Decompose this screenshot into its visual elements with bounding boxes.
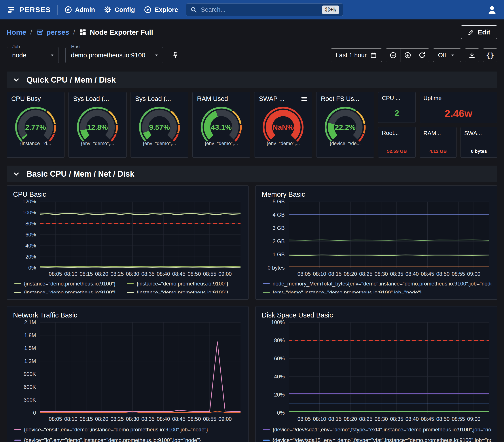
avatar[interactable]: [487, 4, 497, 15]
x-tick-label: 08:30: [375, 416, 388, 422]
time-controls: Last 1 hour: [331, 48, 497, 62]
x-axis: 08:0508:1008:1508:2008:2508:3008:3508:40…: [289, 269, 489, 279]
navbar-items: Admin Config Explore: [64, 6, 178, 14]
keyboard-shortcut-badge: ⌘+k: [322, 5, 339, 14]
section-basic-cpu-mem-net-disk[interactable]: Basic CPU / Mem / Net / Disk: [7, 166, 497, 182]
chart-plot[interactable]: [40, 202, 240, 268]
panel-network-traffic-basic: Network Traffic Basic 2.1M1.8M1.5M1.2M90…: [7, 306, 249, 442]
legend-swatch: [263, 429, 270, 430]
x-tick-label: 08:45: [172, 271, 185, 277]
panel-title: Memory Basic: [255, 186, 497, 202]
refresh-interval-select[interactable]: Off: [433, 48, 461, 62]
panel-title: Network Traffic Basic: [7, 306, 249, 322]
search-input[interactable]: Search... ⌘+k: [186, 3, 343, 16]
legend-label: {device="ens4",env="demo",instance="demo…: [24, 426, 208, 433]
host-select[interactable]: Host demo.prometheus.io:9100: [65, 47, 163, 63]
x-tick-label: 08:50: [436, 271, 450, 277]
svg-text:2.77%: 2.77%: [25, 123, 46, 131]
brand[interactable]: PERSES: [7, 5, 51, 14]
panel-title: RAM...: [423, 130, 441, 137]
x-tick-label: 08:10: [64, 271, 77, 277]
json-embed-button[interactable]: {}: [483, 48, 497, 62]
breadcrumb-project-link[interactable]: perses: [36, 28, 69, 36]
gauge-panel: CPU Busy2.77%{instance="d...: [7, 92, 65, 158]
legend-item[interactable]: {instance="demo.prometheus.io:9100"}: [14, 281, 115, 287]
panel-title: Root...: [382, 130, 399, 136]
svg-text:22.2%: 22.2%: [335, 123, 356, 131]
legend-item[interactable]: {env="demo",instance="demo.prometheus.io…: [263, 289, 422, 293]
stat-value: 52.59 GB: [378, 149, 415, 158]
nav-item-admin[interactable]: Admin: [64, 6, 95, 14]
charts-grid: CPU Basic 120%100%80%60%40%20%0% 08:0508…: [7, 185, 497, 442]
legend-label: {instance="demo.prometheus.io:9100"}: [137, 289, 228, 293]
zoom-in-button[interactable]: [400, 48, 415, 62]
x-axis: 08:0508:1008:1508:2008:2508:3008:3508:40…: [40, 269, 240, 279]
x-tick-label: 08:55: [203, 416, 216, 422]
x-tick-label: 08:15: [80, 416, 93, 422]
panel-title: SWA...: [464, 130, 482, 137]
svg-text:NaN%: NaN%: [273, 123, 294, 131]
x-tick-label: 08:35: [141, 416, 155, 422]
x-tick-label: 08:35: [141, 271, 155, 277]
gauge-caption: {env="demo",...: [193, 141, 250, 149]
nav-item-explore[interactable]: Explore: [144, 6, 178, 14]
legend-item[interactable]: {instance="demo.prometheus.io:9100"}: [127, 281, 228, 287]
gauge-chart: 12.8%: [71, 106, 124, 143]
legend-item[interactable]: {device="lo",env="demo",instance="demo.p…: [14, 436, 201, 442]
legend-item[interactable]: {device="/dev/sda1",env="demo",fstype="e…: [263, 426, 491, 434]
gauge-panels: CPU Busy2.77%{instance="d...Sys Load (..…: [7, 92, 374, 158]
nav-item-config[interactable]: Config: [104, 6, 135, 14]
top-navbar: PERSES Admin Config: [0, 0, 504, 19]
x-tick-label: 08:20: [344, 271, 357, 277]
x-tick-label: 08:45: [421, 271, 434, 277]
time-range-button[interactable]: Last 1 hour: [331, 48, 382, 62]
download-button[interactable]: [465, 48, 479, 62]
chart-plot[interactable]: [289, 202, 489, 268]
panel-disk-space-used-basic: Disk Space Used Basic 100%80%60%40%20%0%…: [255, 306, 497, 442]
caret-down-icon: [450, 52, 456, 58]
legend-item[interactable]: {device="ens4",env="demo",instance="demo…: [14, 426, 208, 434]
chart-plot[interactable]: [40, 322, 240, 413]
legend-item[interactable]: {instance="demo.prometheus.io:9100"}: [127, 289, 228, 293]
legend-label: {device="lo",env="demo",instance="demo.p…: [24, 437, 201, 442]
legend-swatch: [263, 440, 270, 441]
gauge-chart: 22.2%: [318, 106, 372, 143]
job-select[interactable]: Job node: [7, 47, 59, 63]
section-quick-cpu-mem-disk[interactable]: Quick CPU / Mem / Disk: [7, 71, 497, 88]
dashboard-toolbar: Job node Host demo.prometheus.io:9100 La…: [7, 47, 497, 64]
panel-menu-icon[interactable]: [301, 95, 308, 103]
panel-title-row: CPU Busy: [7, 92, 64, 105]
x-axis: 08:0508:1008:1508:2008:2508:3008:3508:40…: [40, 414, 240, 424]
panel-title-row: SWAP ...: [254, 92, 312, 105]
zoom-out-button[interactable]: [386, 48, 400, 62]
chart-plot[interactable]: [289, 322, 489, 413]
stat-sub-row: RAM... 4.12 GB SWA... 0 bytes: [420, 127, 497, 158]
svg-text:9.57%: 9.57%: [149, 123, 170, 131]
breadcrumb-dashboard: Node Exporter Full: [79, 28, 153, 36]
pin-button[interactable]: [170, 50, 181, 61]
panel-title-row: RAM Used: [193, 92, 250, 105]
legend-item[interactable]: node_memory_MemTotal_bytes{env="demo",in…: [263, 281, 491, 287]
breadcrumb-separator: /: [30, 29, 32, 36]
gauge-chart: NaN%: [256, 106, 310, 143]
breadcrumb-home-link[interactable]: Home: [7, 28, 26, 36]
dashboard-grid-icon: [79, 29, 87, 36]
chart-legend: {device="ens4",env="demo",instance="demo…: [14, 426, 243, 442]
legend-swatch: [263, 292, 270, 293]
legend-swatch: [263, 283, 270, 284]
x-tick-label: 08:05: [298, 271, 311, 277]
gauge-caption: {device="/de...: [317, 141, 374, 149]
stat-panel-uptime: Uptime 2.46w: [420, 92, 497, 123]
braces-icon: {}: [486, 52, 494, 59]
legend-item[interactable]: {instance="demo.prometheus.io:9100"}: [14, 289, 115, 293]
edit-button[interactable]: Edit: [461, 25, 497, 39]
refresh-button[interactable]: [415, 48, 429, 62]
x-tick-label: 08:35: [390, 416, 403, 422]
x-tick-label: 08:30: [126, 416, 139, 422]
chart-legend: node_memory_MemTotal_bytes{env="demo",in…: [263, 281, 491, 293]
x-tick-label: 08:55: [452, 271, 465, 277]
legend-item[interactable]: {device="/dev/sda15",env="demo",fstype="…: [263, 436, 491, 442]
stat-value: 2.46w: [420, 107, 497, 120]
breadcrumb: Home / perses / Node Exporter Full Edit: [7, 25, 497, 39]
legend-swatch: [127, 283, 134, 284]
